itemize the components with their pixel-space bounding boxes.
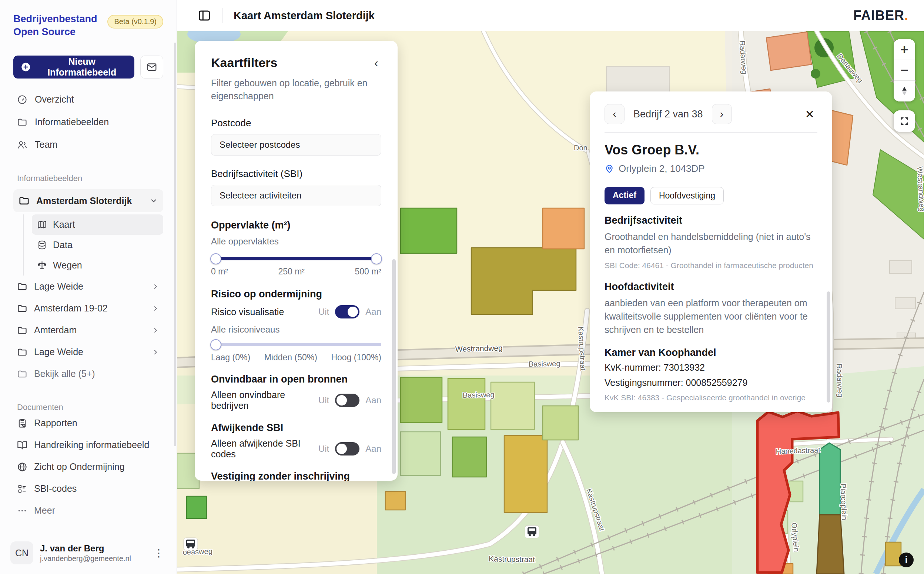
chevron-down-icon: [149, 196, 158, 205]
sidebar-folder-lage-weide-1[interactable]: Lage Weide: [13, 276, 163, 297]
badge-hoofdvestiging: Hoofdvestiging: [650, 187, 724, 204]
gauge-icon: [17, 95, 27, 105]
street-label-kastrupstraat-bottom: Kastrupstraat: [489, 554, 535, 564]
compass-button[interactable]: [894, 81, 915, 101]
folder-icon: [17, 347, 27, 357]
header-divider: [222, 8, 222, 23]
filters-subtitle: Filter gebouwen op locatie, gebruik en e…: [211, 77, 378, 102]
sidebar-item-sbi-codes[interactable]: SBI-codes: [13, 478, 163, 500]
filters-title: Kaartfilters: [211, 55, 278, 70]
street-label-piarcoplein: Piarcoplein: [839, 483, 848, 520]
surface-slider-handle-min[interactable]: [210, 253, 221, 264]
new-informatiebeeld-button[interactable]: Nieuw Informatiebeeld: [13, 55, 134, 79]
activity-select[interactable]: Selecteer activiteiten: [211, 185, 381, 206]
fullscreen-button[interactable]: [894, 110, 915, 132]
risk-low-label: Laag (0%): [211, 353, 250, 363]
sidebar-item-rapporten[interactable]: Rapporten: [13, 412, 163, 434]
zoom-in-button[interactable]: +: [894, 39, 915, 60]
chevron-right-icon: [151, 326, 159, 334]
fullscreen-icon: [899, 115, 910, 127]
zoom-out-button[interactable]: −: [894, 60, 915, 81]
collapse-panel-button[interactable]: ‹: [371, 55, 381, 69]
sidebar-item-overzicht[interactable]: Overzicht: [13, 88, 163, 111]
ellipsis-icon: [17, 506, 27, 516]
risk-high-label: Hoog (100%): [331, 353, 381, 363]
surface-max-label: 500 m²: [355, 266, 381, 277]
risk-heading: Risico op ondermijning: [211, 289, 381, 300]
detail-scrollbar[interactable]: [826, 292, 830, 402]
unfindable-off-label: Uit: [318, 395, 329, 405]
sidebar-item-wegen[interactable]: Wegen: [32, 255, 163, 276]
sidebar-item-kaart[interactable]: Kaart: [32, 214, 163, 235]
compass-icon: [899, 85, 910, 97]
next-company-button[interactable]: ›: [712, 104, 732, 124]
panel-left-icon: [198, 9, 211, 22]
info-button[interactable]: i: [899, 552, 914, 567]
page-title: Kaart Amsterdam Sloterdijk: [234, 9, 375, 22]
risk-slider-track: [211, 343, 381, 346]
mail-button[interactable]: [140, 55, 163, 79]
beta-badge: Beta (v0.1.9): [107, 15, 163, 28]
surface-mid-label: 250 m²: [278, 266, 305, 277]
folder-icon: [17, 303, 27, 314]
risk-on-label: Aan: [365, 307, 381, 317]
risk-off-label: Uit: [318, 307, 329, 317]
folder-icon: [19, 195, 30, 206]
sidebar-toggle-button[interactable]: [198, 9, 211, 22]
street-label-don: Don: [574, 144, 587, 152]
users-icon: [17, 140, 27, 150]
sidebar-item-informatiebeelden[interactable]: Informatiebeelden: [13, 111, 163, 133]
deviant-toggle[interactable]: [335, 442, 359, 456]
user-account[interactable]: CN J. van der Berg j.vandenberg@gemeente…: [10, 541, 166, 565]
sidebar-item-zicht-op-ondermijning[interactable]: Zicht op Ondermijning: [13, 456, 163, 478]
folder-label: Amsterdam Sloterdijk: [36, 196, 132, 206]
prev-company-button[interactable]: ‹: [604, 104, 625, 124]
close-panel-button[interactable]: ✕: [802, 106, 817, 122]
sidebar-item-label: Team: [35, 139, 57, 150]
deviant-heading: Afwijkende SBI: [211, 422, 381, 434]
app-brand[interactable]: Bedrijvenbestand Open Source: [13, 13, 98, 38]
toggle-knob: [348, 307, 358, 317]
doc-item-label: Meer: [34, 505, 55, 516]
doc-item-label: Rapporten: [34, 418, 77, 429]
sidebar-item-data[interactable]: Data: [32, 235, 163, 255]
user-menu-button[interactable]: ⋮: [151, 545, 166, 561]
map-pin-icon: [604, 164, 614, 174]
sidebar-folder-amsterdam-19-02[interactable]: Amsterdam 19-02: [13, 297, 163, 319]
street-label-hanedastraat: Hanedastraat: [776, 446, 820, 456]
folder-icon: [17, 281, 27, 292]
folder-label: Lage Weide: [34, 347, 83, 357]
street-label-oeasweg: oeasweg: [183, 547, 213, 556]
brand-line2: Open Source: [13, 25, 98, 38]
surface-sublabel: Alle oppervlaktes: [211, 236, 381, 247]
folder-label: Amterdam: [34, 325, 77, 336]
surface-heading: Oppervlakte (m²): [211, 219, 381, 231]
sidebar-item-team[interactable]: Team: [13, 133, 163, 156]
sidebar-scrollbar[interactable]: [174, 43, 176, 446]
risk-slider-handle[interactable]: [210, 339, 221, 350]
sidebar-item-meer[interactable]: Meer: [13, 500, 163, 521]
surface-slider-handle-max[interactable]: [371, 253, 382, 264]
sidebar-folder-amsterdam-sloterdijk[interactable]: Amsterdam Sloterdijk: [13, 189, 163, 212]
company-detail-panel: ‹ Bedrijf 2 van 38 › ✕ Vos Groep B.V. Or…: [590, 91, 832, 412]
map-filters-panel: Kaartfilters ‹ Filter gebouwen op locati…: [195, 41, 398, 481]
map-zoom-controls: + −: [894, 39, 915, 101]
chevron-right-icon: [151, 348, 159, 356]
top-bar: Kaart Amsterdam Sloterdijk FAIBER.: [177, 0, 924, 31]
map-area: Radarweg Donauweg Westrandweg Westrandwe…: [177, 31, 924, 574]
tree-item-label: Wegen: [53, 260, 82, 271]
postcode-select[interactable]: Selecteer postcodes: [211, 134, 381, 156]
doc-item-label: Zicht op Ondermijning: [34, 461, 125, 472]
sidebar-folder-lage-weide-2[interactable]: Lage Weide: [13, 341, 163, 363]
unfindable-on-label: Aan: [365, 395, 381, 405]
sidebar-item-handreiking[interactable]: Handreiking informatiebeeld: [13, 434, 163, 456]
sidebar-folder-amterdam[interactable]: Amterdam: [13, 319, 163, 341]
hoofdactiviteit-body: aanbieden van een platform voor therapeu…: [604, 296, 817, 337]
activity-label: Bedrijfsactiviteit (SBI): [211, 168, 381, 180]
bus-stop-icon: [525, 525, 539, 538]
sidebar-item-label: Informatiebeelden: [35, 117, 109, 128]
unfindable-toggle[interactable]: [335, 394, 359, 407]
filters-scrollbar[interactable]: [392, 259, 396, 474]
sidebar-view-all[interactable]: Bekijk alle (5+): [13, 363, 163, 385]
risk-toggle[interactable]: [335, 305, 359, 319]
